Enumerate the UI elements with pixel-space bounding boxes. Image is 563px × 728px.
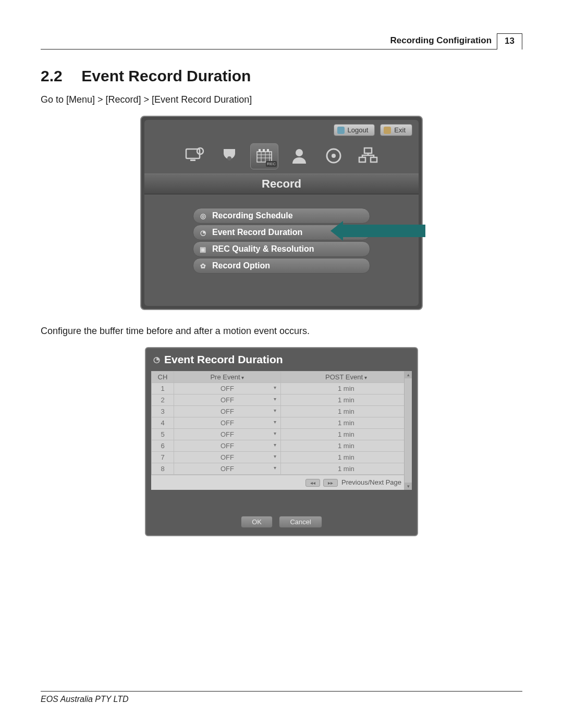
section-title: Event Record Duration [81,67,251,84]
section-heading: 2.2 Event Record Duration [41,67,522,85]
cell-ch: 3 [152,406,174,417]
table-row: 1OFF1 min [152,383,412,394]
page-footer: EOS Australia PTY LTD [41,691,522,704]
table-row: 3OFF1 min [152,406,412,417]
after-note: Configure the buffer time before and aft… [41,326,522,337]
cell-post[interactable]: 1 min [280,406,411,417]
menu-item-label: Record Option [212,261,270,270]
table-row: 4OFF1 min [152,417,412,429]
prev-page-button[interactable]: ◂◂ [305,479,320,487]
svg-rect-11 [263,149,265,152]
exit-label: Exit [394,126,406,134]
cell-pre[interactable]: OFF [174,440,281,452]
svg-point-3 [227,156,231,161]
cell-pre[interactable]: OFF [174,429,281,440]
disc-icon[interactable] [320,143,347,168]
camera-icon[interactable] [216,143,243,168]
svg-rect-18 [371,157,377,162]
cell-pre[interactable]: OFF [174,452,281,463]
svg-point-13 [296,149,303,156]
cell-ch: 4 [152,417,174,429]
scroll-down-icon[interactable]: ▾ [405,483,412,490]
cell-post[interactable]: 1 min [280,452,411,463]
svg-rect-12 [267,149,269,152]
network-icon[interactable] [354,143,382,168]
dialog-title-row: ◔ Event Record Duration [151,352,412,371]
cell-post[interactable]: 1 min [280,440,411,452]
cell-pre[interactable]: OFF [174,463,281,475]
table-row: 7OFF1 min [152,452,412,463]
section-number: 2.2 [41,67,77,85]
clock-icon: ◔ [153,355,160,364]
event-duration-dialog: ◔ Event Record Duration CH Pre Event POS… [145,347,418,536]
logout-label: Logout [348,126,369,134]
cell-ch: 5 [152,429,174,440]
exit-icon [384,127,391,134]
running-header: Recording Configiration 13 [41,31,522,50]
scroll-up-icon[interactable]: ▴ [405,371,412,378]
pager-label: Previous/Next Page [341,478,401,486]
display-settings-icon[interactable] [181,143,209,168]
next-page-button[interactable]: ▸▸ [323,479,338,487]
cell-ch: 1 [152,383,174,394]
duration-table-wrap: CH Pre Event POST Event 1OFF1 min2OFF1 m… [151,371,412,490]
table-row: 8OFF1 min [152,463,412,475]
picture-icon: ▣ [199,245,207,253]
cancel-button[interactable]: Cancel [279,516,322,528]
svg-rect-16 [364,148,372,153]
menu-item-label: REC Quality & Resolution [212,244,314,254]
pager: ◂◂ ▸▸ Previous/Next Page [151,475,412,490]
record-submenu: ◎ Recording Schedule ◔ Event Record Dura… [193,208,370,274]
cell-ch: 6 [152,440,174,452]
logout-icon [337,127,345,134]
table-row: 2OFF1 min [152,394,412,406]
clock-icon: ◔ [199,229,207,237]
cell-pre[interactable]: OFF [174,417,281,429]
menu-item-rec-quality[interactable]: ▣ REC Quality & Resolution [193,241,370,257]
cell-post[interactable]: 1 min [280,394,411,406]
svg-rect-1 [190,159,195,161]
cell-ch: 8 [152,463,174,475]
cell-post[interactable]: 1 min [280,429,411,440]
running-title: Recording Configiration [390,35,492,46]
table-row: 6OFF1 min [152,440,412,452]
ok-button[interactable]: OK [241,516,273,528]
menu-item-recording-schedule[interactable]: ◎ Recording Schedule [193,208,370,224]
gear-icon: ✿ [199,262,207,270]
cell-post[interactable]: 1 min [280,417,411,429]
table-row: 5OFF1 min [152,429,412,440]
svg-rect-10 [259,149,261,152]
menu-item-label: Recording Schedule [212,211,293,220]
dialog-title: Event Record Duration [164,353,283,366]
page-number: 13 [497,33,522,50]
col-post[interactable]: POST Event [280,372,411,383]
cell-pre[interactable]: OFF [174,383,281,394]
menu-item-label: Event Record Duration [212,228,302,237]
table-scrollbar[interactable]: ▴ ▾ [404,371,412,490]
selected-tab-label: Record [144,174,419,194]
highlight-arrow [342,225,425,237]
svg-rect-17 [359,157,365,162]
cell-post[interactable]: 1 min [280,463,411,475]
exit-button[interactable]: Exit [380,124,412,136]
cell-ch: 2 [152,394,174,406]
menu-screenshot: Logout Exit [140,116,423,310]
svg-point-15 [332,154,336,158]
user-icon[interactable] [286,143,313,168]
cell-pre[interactable]: OFF [174,394,281,406]
duration-table: CH Pre Event POST Event 1OFF1 min2OFF1 m… [151,371,412,475]
col-pre[interactable]: Pre Event [174,372,281,383]
logout-button[interactable]: Logout [334,124,375,136]
cell-ch: 7 [152,452,174,463]
menu-item-record-option[interactable]: ✿ Record Option [193,258,370,274]
cell-pre[interactable]: OFF [174,406,281,417]
record-icon[interactable] [250,143,278,169]
intro-text: Go to [Menu] > [Record] > [Event Record … [41,94,522,105]
cell-post[interactable]: 1 min [280,383,411,394]
main-menu-icons [144,141,419,174]
target-icon: ◎ [199,212,207,220]
col-ch: CH [152,372,174,383]
